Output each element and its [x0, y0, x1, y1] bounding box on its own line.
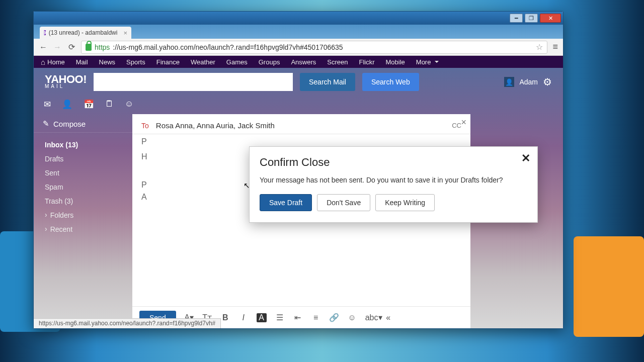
url-input[interactable]: https://us-mg6.mail.yahoo.com/neo/launch… — [81, 41, 547, 54]
nav-home[interactable]: Home — [41, 58, 65, 66]
modal-close-button[interactable]: ✕ — [521, 152, 530, 165]
url-text: ://us-mg6.mail.yahoo.com/neo/launch?.ran… — [113, 43, 343, 51]
url-scheme: https — [95, 43, 110, 51]
bookmark-star-icon[interactable]: ☆ — [536, 42, 543, 52]
yahoo-topnav: Home Mail News Sports Finance Weather Ga… — [34, 56, 563, 68]
nav-answers[interactable]: Answers — [291, 58, 316, 66]
user-area: 👤 Adam ⚙ — [504, 76, 552, 88]
nav-sports[interactable]: Sports — [126, 58, 145, 66]
modal-title: Confirm Close — [260, 156, 527, 169]
nav-screen[interactable]: Screen — [327, 58, 348, 66]
contacts-icon[interactable]: 👤 — [62, 99, 72, 110]
keep-writing-button[interactable]: Keep Writing — [375, 194, 435, 211]
window-maximize-button[interactable]: ❐ — [525, 14, 538, 23]
sidebar-item-recent[interactable]: Recent — [34, 222, 132, 236]
user-name[interactable]: Adam — [519, 78, 538, 86]
collapse-icon[interactable]: « — [383, 313, 393, 322]
settings-gear-icon[interactable]: ⚙ — [543, 76, 552, 88]
spellcheck-icon[interactable]: abc▾ — [365, 313, 375, 322]
cc-link[interactable]: CC — [452, 122, 461, 129]
calendar-icon[interactable]: 📅 — [84, 99, 94, 110]
window-close-button[interactable]: ✕ — [540, 14, 561, 23]
nav-finance[interactable]: Finance — [156, 58, 180, 66]
mail-icon[interactable]: ✉ — [44, 99, 51, 110]
mail-favicon-icon — [44, 30, 46, 35]
app-icon-row: ✉ 👤 📅 🗒 ☺ — [34, 96, 563, 115]
sidebar-item-drafts[interactable]: Drafts — [34, 152, 132, 166]
address-bar: ← → ⟳ https://us-mg6.mail.yahoo.com/neo/… — [34, 39, 563, 56]
desktop-decoration — [574, 236, 644, 337]
search-mail-button[interactable]: Search Mail — [300, 73, 355, 91]
search-web-button[interactable]: Search Web — [362, 73, 419, 91]
dont-save-button[interactable]: Don't Save — [317, 194, 370, 211]
nav-games[interactable]: Games — [226, 58, 248, 66]
browser-window: ━ ❐ ✕ (13 unread) - adambaldwi × ← → ⟳ h… — [33, 11, 564, 329]
yahoo-mail-logo[interactable]: YAHOO! MAIL — [45, 75, 87, 88]
header-row: YAHOO! MAIL Search Mail Search Web 👤 Ada… — [34, 68, 563, 96]
sidebar-item-sent[interactable]: Sent — [34, 166, 132, 180]
emoji-icon[interactable]: ☺ — [347, 313, 357, 322]
avatar-icon[interactable]: 👤 — [504, 77, 514, 87]
sidebar-item-spam[interactable]: Spam — [34, 180, 132, 194]
to-label: To — [141, 122, 149, 130]
to-row: To Rosa Anna, Anna Auria, Jack Smith CC — [132, 114, 470, 134]
indent-icon[interactable]: ⇤ — [293, 313, 303, 322]
text-color-icon[interactable]: A — [257, 313, 267, 322]
nav-more[interactable]: More — [416, 58, 439, 66]
sidebar-item-trash[interactable]: Trash (3) — [34, 194, 132, 208]
mail-app: YAHOO! MAIL Search Mail Search Web 👤 Ada… — [34, 68, 563, 328]
confirm-close-modal: ✕ Confirm Close Your message has not bee… — [249, 146, 538, 223]
reload-button[interactable]: ⟳ — [67, 42, 76, 52]
sidebar: Compose Inbox (13) Drafts Sent Spam Tras… — [34, 114, 132, 328]
nav-mobile[interactable]: Mobile — [386, 58, 405, 66]
compose-panel: × To Rosa Anna, Anna Auria, Jack Smith C… — [132, 114, 470, 328]
tab-title: (13 unread) - adambaldwi — [49, 29, 118, 36]
sidebar-item-folders[interactable]: Folders — [34, 208, 132, 222]
lock-icon — [86, 44, 92, 51]
compose-button[interactable]: Compose — [34, 115, 132, 133]
browser-tab[interactable]: (13 unread) - adambaldwi × — [40, 27, 131, 39]
bullet-list-icon[interactable]: ☰ — [275, 313, 285, 322]
italic-icon[interactable]: I — [238, 313, 249, 322]
forward-button: → — [53, 43, 62, 52]
modal-message: Your message has not been sent. Do you w… — [260, 176, 527, 184]
back-button[interactable]: ← — [39, 43, 48, 52]
window-titlebar: ━ ❐ ✕ — [34, 12, 563, 25]
nav-groups[interactable]: Groups — [259, 58, 280, 66]
status-bar-url: https://us-mg6.mail.yahoo.com/neo/launch… — [34, 318, 221, 328]
align-icon[interactable]: ≡ — [311, 313, 321, 322]
save-draft-button[interactable]: Save Draft — [260, 194, 312, 211]
nav-flickr[interactable]: Flickr — [359, 58, 374, 66]
main-columns: Compose Inbox (13) Drafts Sent Spam Tras… — [34, 114, 563, 328]
nav-news[interactable]: News — [99, 58, 116, 66]
link-icon[interactable]: 🔗 — [329, 313, 339, 322]
bold-icon[interactable]: B — [220, 313, 230, 322]
nav-mail[interactable]: Mail — [76, 58, 88, 66]
window-minimize-button[interactable]: ━ — [510, 14, 523, 23]
search-input[interactable] — [94, 73, 293, 91]
nav-weather[interactable]: Weather — [191, 58, 215, 66]
tab-strip: (13 unread) - adambaldwi × — [34, 25, 563, 39]
browser-menu-icon[interactable]: ≡ — [552, 42, 558, 52]
tab-close-icon[interactable]: × — [120, 29, 127, 37]
compose-close-button[interactable]: × — [461, 117, 466, 128]
notepad-icon[interactable]: 🗒 — [105, 99, 114, 110]
messenger-icon[interactable]: ☺ — [125, 99, 133, 110]
recipients-field[interactable]: Rosa Anna, Anna Auria, Jack Smith — [156, 121, 275, 130]
sidebar-item-inbox[interactable]: Inbox (13) — [34, 138, 132, 152]
